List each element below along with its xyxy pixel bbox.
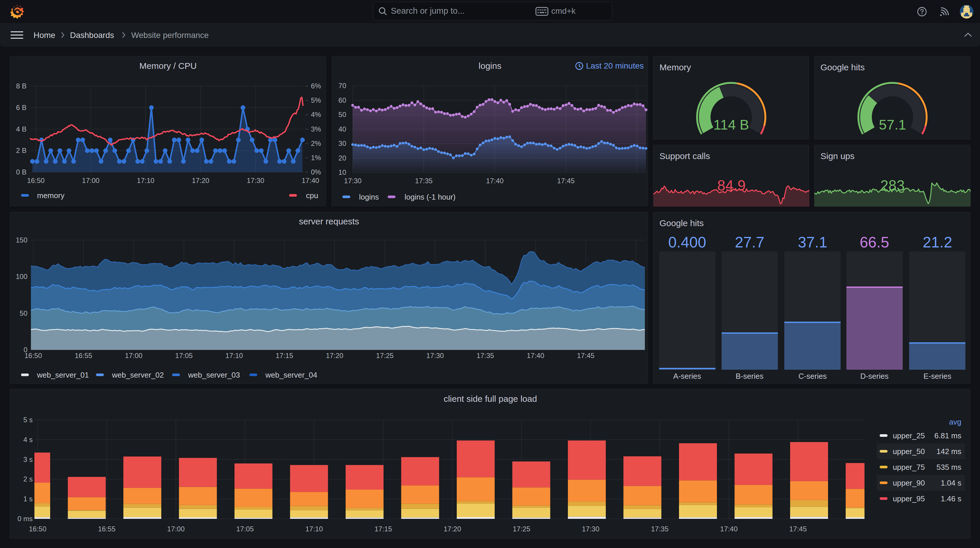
svg-text:logins: logins [359, 193, 379, 201]
svg-text:Support calls: Support calls [659, 151, 710, 161]
svg-text:17:15: 17:15 [374, 525, 392, 533]
svg-text:avg: avg [949, 417, 961, 426]
svg-text:6%: 6% [311, 82, 321, 90]
svg-text:57.1: 57.1 [879, 117, 906, 132]
svg-text:Last 20 minutes: Last 20 minutes [586, 61, 644, 70]
svg-text:1.46 s: 1.46 s [940, 494, 961, 503]
svg-text:17:40: 17:40 [720, 525, 738, 533]
svg-text:4 s: 4 s [23, 436, 33, 443]
svg-text:20: 20 [338, 154, 346, 162]
svg-text:Google hits: Google hits [659, 218, 704, 228]
svg-text:17:40: 17:40 [302, 177, 319, 185]
svg-text:6.81 ms: 6.81 ms [934, 431, 962, 440]
svg-text:60: 60 [338, 96, 346, 104]
svg-text:3 s: 3 s [23, 456, 33, 464]
svg-text:40: 40 [338, 125, 346, 133]
svg-text:1 s: 1 s [23, 495, 33, 503]
svg-text:2 B: 2 B [16, 147, 27, 155]
svg-text:17:00: 17:00 [82, 177, 99, 185]
svg-text:web_server_01: web_server_01 [37, 371, 89, 379]
svg-text:0%: 0% [311, 168, 321, 176]
svg-text:50: 50 [338, 111, 346, 118]
svg-text:17:10: 17:10 [226, 352, 243, 360]
svg-text:283: 283 [880, 177, 904, 194]
svg-text:8 B: 8 B [16, 82, 27, 90]
svg-text:Memory / CPU: Memory / CPU [139, 61, 197, 71]
svg-text:0 B: 0 B [16, 168, 27, 176]
svg-text:17:25: 17:25 [513, 525, 530, 533]
svg-text:17:20: 17:20 [192, 177, 209, 185]
svg-text:17:20: 17:20 [444, 525, 461, 533]
svg-text:17:30: 17:30 [582, 525, 600, 533]
svg-text:100: 100 [16, 272, 27, 280]
svg-text:2%: 2% [311, 140, 321, 147]
svg-text:D-series: D-series [861, 372, 889, 381]
svg-text:16:50: 16:50 [27, 177, 45, 185]
svg-text:2 s: 2 s [23, 475, 33, 483]
svg-text:upper_95: upper_95 [893, 494, 925, 503]
svg-text:upper_50: upper_50 [893, 447, 925, 456]
svg-text:535 ms: 535 ms [937, 463, 961, 472]
svg-text:client side full page load: client side full page load [444, 394, 537, 403]
svg-text:0.400: 0.400 [668, 234, 706, 251]
svg-text:upper_90: upper_90 [893, 479, 925, 487]
svg-text:17:45: 17:45 [577, 352, 594, 360]
svg-text:17:05: 17:05 [236, 525, 254, 533]
svg-text:17:40: 17:40 [527, 352, 544, 360]
svg-text:30: 30 [338, 140, 346, 147]
svg-text:C-series: C-series [799, 372, 827, 381]
svg-text:17:05: 17:05 [175, 352, 193, 360]
svg-text:1.04 s: 1.04 s [940, 479, 961, 487]
svg-text:17:15: 17:15 [275, 352, 293, 360]
svg-text:3%: 3% [311, 125, 321, 133]
svg-text:17:45: 17:45 [789, 525, 807, 533]
svg-text:upper_75: upper_75 [893, 463, 925, 472]
svg-text:A-series: A-series [673, 372, 701, 381]
svg-text:4 B: 4 B [16, 125, 27, 133]
svg-text:0 ms: 0 ms [18, 515, 33, 523]
svg-text:17:40: 17:40 [486, 177, 504, 185]
svg-text:server requests: server requests [299, 217, 360, 226]
svg-text:17:35: 17:35 [651, 525, 668, 533]
svg-text:Sign ups: Sign ups [821, 151, 854, 161]
svg-text:6 B: 6 B [16, 104, 27, 112]
svg-text:5%: 5% [311, 96, 321, 104]
svg-text:16:55: 16:55 [75, 352, 92, 360]
svg-text:50: 50 [19, 309, 27, 317]
svg-text:17:30: 17:30 [344, 177, 362, 185]
svg-text:70: 70 [338, 82, 346, 89]
svg-text:114 B: 114 B [713, 117, 749, 132]
svg-text:5 s: 5 s [23, 416, 33, 424]
svg-text:Memory: Memory [659, 62, 691, 72]
svg-text:17:30: 17:30 [426, 352, 444, 360]
svg-text:4%: 4% [311, 111, 321, 118]
svg-text:cpu: cpu [306, 191, 318, 200]
svg-text:17:25: 17:25 [376, 352, 393, 360]
svg-text:17:35: 17:35 [415, 177, 433, 185]
svg-text:E-series: E-series [923, 372, 951, 381]
svg-text:web_server_02: web_server_02 [112, 371, 164, 379]
svg-text:17:35: 17:35 [477, 352, 494, 360]
svg-text:10: 10 [338, 168, 346, 176]
svg-text:17:10: 17:10 [137, 177, 154, 185]
svg-text:1%: 1% [311, 154, 321, 162]
svg-text:16:50: 16:50 [29, 525, 46, 533]
svg-text:Google hits: Google hits [821, 62, 865, 72]
svg-text:logins (-1 hour): logins (-1 hour) [404, 193, 456, 201]
svg-text:logins: logins [479, 61, 501, 71]
svg-text:upper_25: upper_25 [893, 431, 925, 440]
svg-text:web_server_04: web_server_04 [265, 371, 317, 379]
svg-text:66.5: 66.5 [859, 234, 889, 251]
svg-text:17:00: 17:00 [167, 525, 185, 533]
svg-text:27.7: 27.7 [735, 234, 764, 251]
svg-text:21.2: 21.2 [923, 234, 952, 251]
svg-text:37.1: 37.1 [798, 234, 827, 251]
svg-text:17:20: 17:20 [326, 352, 343, 360]
svg-text:B-series: B-series [736, 372, 763, 381]
svg-text:16:55: 16:55 [98, 525, 116, 533]
svg-text:84.9: 84.9 [717, 177, 746, 194]
svg-text:web_server_03: web_server_03 [188, 371, 240, 379]
svg-text:150: 150 [16, 236, 27, 244]
svg-text:17:45: 17:45 [557, 177, 574, 185]
svg-text:16:50: 16:50 [24, 352, 42, 360]
